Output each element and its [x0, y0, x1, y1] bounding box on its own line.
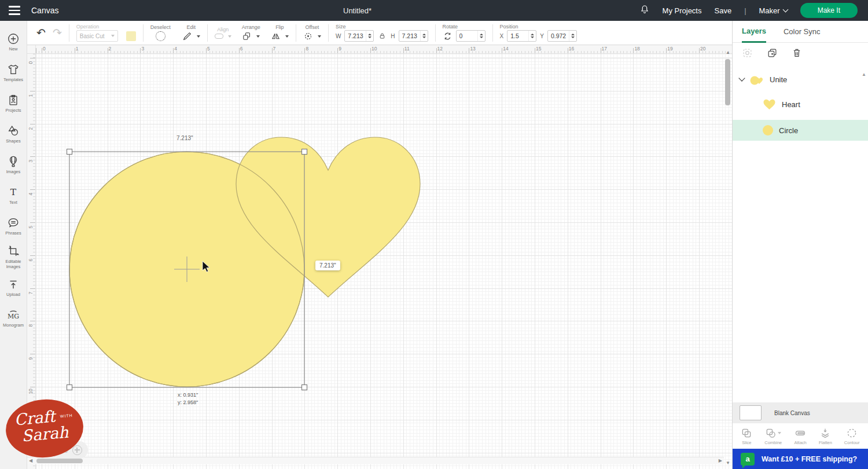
- delete-icon[interactable]: [792, 47, 802, 60]
- scroll-up-icon[interactable]: ▲: [724, 50, 731, 55]
- document-title: Untitled*: [343, 6, 372, 15]
- notifications-bell-icon[interactable]: [639, 4, 650, 17]
- sidebar-item-images[interactable]: Images: [0, 149, 27, 180]
- layer-group-unite[interactable]: Unite: [733, 69, 868, 89]
- vertical-scrollbar[interactable]: ▲ ▼: [724, 50, 731, 456]
- make-it-button[interactable]: Make It: [800, 3, 858, 18]
- width-stepper[interactable]: [366, 31, 373, 41]
- speech-bubble-icon: [7, 217, 20, 229]
- select-all-icon[interactable]: [742, 47, 753, 61]
- paperclip-icon: [794, 427, 807, 439]
- sidebar-item-templates[interactable]: Templates: [0, 57, 27, 88]
- horizontal-scrollbar[interactable]: ◀ ▶: [27, 457, 724, 464]
- sidebar-item-text[interactable]: T Text: [0, 180, 27, 211]
- sidebar-item-upload[interactable]: Upload: [0, 272, 27, 303]
- horizontal-scroll-thumb[interactable]: [36, 459, 83, 463]
- monogram-icon: MG: [6, 309, 20, 321]
- contour-icon: [846, 427, 858, 439]
- offset-button[interactable]: Offset: [303, 24, 321, 41]
- width-input[interactable]: [345, 32, 366, 39]
- chevron-down-icon: [782, 7, 788, 13]
- layer-name: Heart: [782, 100, 800, 109]
- list-scroll-up-icon[interactable]: ▲: [862, 72, 866, 77]
- selection-height-label: 7.213": [315, 261, 340, 270]
- balloon-icon: [7, 155, 20, 168]
- height-input[interactable]: [399, 32, 420, 39]
- my-projects-link[interactable]: My Projects: [663, 6, 702, 15]
- height-stepper[interactable]: [420, 31, 428, 41]
- pencil-icon: [182, 31, 192, 41]
- sidebar-item-shapes[interactable]: Shapes: [0, 119, 27, 149]
- clipboard-icon: [7, 94, 20, 107]
- scroll-right-icon[interactable]: ▶: [719, 458, 722, 463]
- flatten-button[interactable]: Flatten: [819, 427, 832, 445]
- pos-x-input-wrap: [507, 30, 536, 42]
- unite-thumbnail: [749, 74, 764, 85]
- width-input-wrap: [344, 30, 374, 42]
- color-swatch[interactable]: [126, 31, 136, 41]
- slice-button[interactable]: Slice: [741, 427, 752, 445]
- undo-icon[interactable]: ↶: [36, 27, 46, 38]
- position-group: Position X Y: [500, 24, 577, 42]
- save-link[interactable]: Save: [714, 6, 731, 15]
- arrange-button[interactable]: Arrange: [242, 24, 260, 41]
- deselect-icon: [156, 31, 165, 41]
- blank-canvas-swatch[interactable]: [740, 405, 762, 420]
- machine-select[interactable]: Maker: [759, 6, 788, 15]
- blank-canvas-row[interactable]: Blank Canvas: [733, 402, 868, 423]
- sidebar-item-projects[interactable]: Projects: [0, 88, 27, 119]
- pos-y-stepper[interactable]: [569, 31, 576, 41]
- layer-name: Circle: [779, 126, 798, 135]
- edit-button[interactable]: Edit: [182, 24, 200, 41]
- design-shapes: [27, 45, 732, 469]
- scroll-down-icon[interactable]: ▼: [726, 460, 730, 466]
- attach-button[interactable]: Attach: [794, 427, 807, 445]
- layer-row-circle[interactable]: Circle: [733, 120, 868, 141]
- operation-group: Operation Basic Cut: [76, 24, 136, 42]
- pos-x-input[interactable]: [507, 32, 528, 39]
- rotate-icon[interactable]: [443, 31, 453, 41]
- operation-select[interactable]: Basic Cut: [76, 30, 118, 42]
- align-icon: [215, 34, 223, 39]
- promo-banner[interactable]: a Want £10 + FREE shipping?: [733, 449, 868, 469]
- deselect-button[interactable]: Deselect: [150, 24, 171, 41]
- layers-panel: Layers Color Sync ▲ Unite Heart: [732, 21, 868, 469]
- layer-row-heart[interactable]: Heart: [733, 93, 868, 116]
- slice-icon: [741, 427, 752, 439]
- pos-y-input[interactable]: [548, 32, 569, 39]
- rotate-input[interactable]: [457, 32, 477, 39]
- layer-list: ▲ Unite Heart Circle: [733, 69, 868, 141]
- combine-actions-bar: Slice Combine Attach Flatten Contour: [733, 423, 868, 449]
- canvas-area[interactable]: 01234567891011121314151617181920 0123456…: [27, 45, 732, 469]
- combine-icon: [765, 427, 777, 439]
- align-button[interactable]: Align: [215, 27, 231, 39]
- duplicate-icon[interactable]: [767, 47, 778, 61]
- upload-icon: [7, 278, 20, 291]
- scroll-left-icon[interactable]: ◀: [29, 458, 32, 463]
- rotate-stepper[interactable]: [477, 31, 485, 41]
- sidebar-item-monogram[interactable]: MG Monogram: [0, 303, 27, 334]
- selection-coordinates: x: 0.931" y: 2.958": [178, 391, 198, 406]
- sidebar-item-new[interactable]: New: [0, 27, 27, 57]
- chat-offer-icon: a: [741, 453, 755, 466]
- tab-color-sync[interactable]: Color Sync: [784, 21, 821, 43]
- sidebar-item-phrases[interactable]: Phrases: [0, 211, 27, 241]
- contour-button[interactable]: Contour: [844, 427, 860, 445]
- menu-icon[interactable]: [0, 0, 29, 21]
- selection-width-label: 7.213": [176, 135, 193, 141]
- sidebar-item-editable-images[interactable]: Editable Images: [0, 241, 27, 272]
- chevron-down-icon: [256, 35, 260, 38]
- left-sidebar: New Templates Projects Shapes Images T T…: [0, 21, 27, 469]
- vertical-scroll-thumb[interactable]: [725, 59, 730, 105]
- flip-button[interactable]: Flip: [271, 24, 289, 41]
- redo-icon[interactable]: ↷: [53, 27, 62, 38]
- circle-thumbnail: [763, 125, 773, 135]
- chevron-down-icon[interactable]: [738, 75, 745, 81]
- tab-layers[interactable]: Layers: [742, 21, 766, 43]
- shapes-icon: [7, 124, 20, 137]
- combine-button[interactable]: Combine: [764, 427, 782, 445]
- lock-icon[interactable]: [378, 32, 386, 40]
- height-input-wrap: [399, 30, 428, 42]
- pos-x-stepper[interactable]: [528, 31, 536, 41]
- chevron-down-icon: [778, 432, 781, 434]
